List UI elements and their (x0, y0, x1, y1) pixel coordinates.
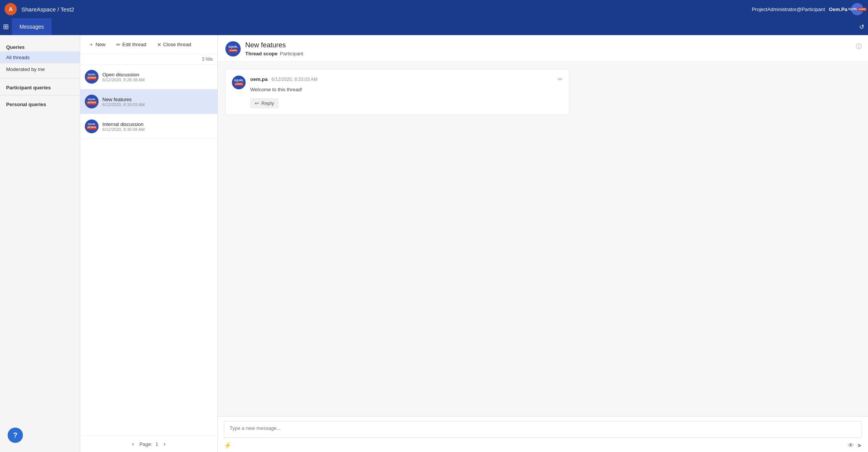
avatar-squirel-1: SQURL (88, 73, 96, 76)
thread-info-open: Open discussion 6/12/2020, 8:28:38 AM (102, 72, 213, 82)
send-icon[interactable]: ➤ (857, 442, 862, 449)
help-button[interactable]: ? (8, 428, 23, 443)
toolbar: ＋ New ✏ Edit thread ✕ Close thread (80, 35, 217, 54)
sidebar-item-moderated-by-me[interactable]: Moderated by me (0, 63, 80, 75)
thread-item-open-discussion[interactable]: SQURL ADMIN Open discussion 6/12/2020, 8… (80, 65, 217, 89)
thread-item-new-features[interactable]: SQURL ADMIN New features 6/12/2020, 8:33… (80, 89, 217, 114)
thread-info-internal: Internal discussion 6/12/2020, 8:30:08 A… (102, 121, 213, 132)
prev-page-button[interactable]: ‹ (130, 440, 136, 448)
messages-tab[interactable]: Messages (12, 18, 52, 35)
preview-icon[interactable]: 👁 (848, 442, 854, 449)
thread-header-avatar: SQURL ADMIN (225, 41, 241, 56)
avatar-squirel-3: SQURL (88, 123, 96, 125)
compose-input[interactable] (224, 421, 862, 438)
reply-button[interactable]: ↩ Reply (250, 98, 279, 108)
page-number: 1 (155, 441, 158, 447)
thread-panel: ＋ New ✏ Edit thread ✕ Close thread 3 hit… (80, 35, 218, 452)
compose-area: ⚡ 👁 ➤ (218, 416, 868, 452)
msg-avatar-line2: ADMIN (234, 82, 243, 86)
thread-date-internal: 6/12/2020, 8:30:08 AM (102, 127, 213, 132)
app-name: ShareAspace (21, 6, 56, 13)
thread-messages: SQURL ADMIN oem.pa 6/12/2020, 8:33:03 AM… (218, 61, 868, 416)
avatar-admin-2: ADMIN (87, 101, 97, 105)
top-bar-right: ProjectAdministrator@Participant Oem.Pa … (752, 3, 863, 15)
message-avatar: SQURL ADMIN (232, 76, 246, 89)
page-label: Page: (139, 441, 152, 447)
sidebar-item-all-threads[interactable]: All threads (0, 52, 80, 63)
close-thread-button[interactable]: ✕ Close thread (153, 39, 195, 50)
thread-scope-row: Thread scope Participant (245, 51, 860, 56)
refresh-icon[interactable]: ↺ (859, 23, 864, 31)
close-icon: ✕ (157, 42, 162, 48)
sidebar-divider-2 (0, 95, 80, 95)
pagination: ‹ Page: 1 › (80, 436, 217, 452)
new-icon: ＋ (89, 41, 94, 48)
sidebar-divider-1 (0, 78, 80, 79)
project-name: Test2 (60, 6, 74, 13)
edit-thread-button[interactable]: ✏ Edit thread (112, 39, 150, 50)
message-author: oem.pa (250, 76, 268, 82)
message-card: SQURL ADMIN oem.pa 6/12/2020, 8:33:03 AM… (225, 69, 569, 115)
thread-avatar-new-features: SQURL ADMIN (85, 95, 99, 108)
avatar-line1: SQURL (848, 8, 858, 11)
msg-avatar-line1: SQURL (234, 79, 244, 82)
top-bar-left: A ShareAspace / Test2 (5, 3, 74, 15)
thread-header-avatar-line1: SQURL (228, 45, 238, 48)
queries-section-title: Queries (0, 41, 80, 52)
thread-name-open: Open discussion (102, 72, 213, 77)
avatar-line2: ADMIN (857, 8, 866, 11)
reply-label: Reply (261, 100, 274, 106)
thread-name-new-features: New features (102, 97, 213, 102)
sidebar: Queries All threads Moderated by me Part… (0, 35, 80, 452)
compose-left: ⚡ (224, 442, 232, 449)
avatar-admin-1: ADMIN (87, 76, 97, 80)
message-time: 6/12/2020, 8:33:03 AM (272, 77, 318, 82)
thread-header-avatar-line2: ADMIN (228, 49, 238, 52)
thread-avatar-internal: SQURL ADMIN (85, 119, 99, 133)
user-name: Oem.Pa (829, 6, 847, 12)
thread-list: SQURL ADMIN Open discussion 6/12/2020, 8… (80, 65, 217, 436)
new-label: New (96, 42, 105, 47)
message-edit-icon[interactable]: ✏ (558, 76, 563, 83)
thread-detail: SQURL ADMIN New features Thread scope Pa… (218, 35, 868, 452)
thread-date-new-features: 6/12/2020, 8:33:03 AM (102, 102, 213, 107)
thread-scope-value: Participant (280, 51, 303, 56)
format-icon[interactable]: ⚡ (224, 442, 232, 449)
personal-queries-title: Personal queries (0, 98, 80, 109)
hits-bar: 3 hits (80, 54, 217, 65)
thread-avatar-open: SQURL ADMIN (85, 70, 99, 84)
grid-icon[interactable]: ⊞ (3, 23, 9, 31)
separator: / (57, 6, 59, 13)
user-avatar[interactable]: SQURL ADMIN (851, 3, 863, 15)
second-bar: ⊞ Messages ↺ (0, 18, 868, 35)
info-icon[interactable]: ⓘ (856, 43, 862, 51)
main-content: Queries All threads Moderated by me Part… (0, 35, 868, 452)
thread-title: New features (245, 41, 860, 49)
user-email: ProjectAdministrator@Participant (752, 6, 825, 12)
thread-name-internal: Internal discussion (102, 121, 213, 127)
avatar-admin-3: ADMIN (87, 126, 97, 129)
participant-queries-title: Participant queries (0, 82, 80, 92)
app-title: ShareAspace / Test2 (21, 6, 74, 13)
thread-header: SQURL ADMIN New features Thread scope Pa… (218, 35, 868, 61)
app-logo: A (5, 3, 17, 15)
next-page-button[interactable]: › (161, 440, 168, 448)
avatar-squirel-2: SQURL (88, 98, 96, 100)
close-label: Close thread (163, 42, 191, 47)
thread-scope-label: Thread scope (245, 51, 278, 56)
message-text: Welcome to this thread! (250, 86, 563, 94)
reply-icon: ↩ (255, 100, 259, 106)
top-bar: A ShareAspace / Test2 ProjectAdministrat… (0, 0, 868, 18)
thread-info-new-features: New features 6/12/2020, 8:33:03 AM (102, 97, 213, 107)
edit-icon: ✏ (116, 42, 121, 48)
compose-right: 👁 ➤ (848, 442, 862, 449)
edit-label: Edit thread (122, 42, 146, 47)
compose-toolbar: ⚡ 👁 ➤ (224, 442, 862, 449)
message-header-row: oem.pa 6/12/2020, 8:33:03 AM ✏ (250, 76, 563, 83)
thread-item-internal-discussion[interactable]: SQURL ADMIN Internal discussion 6/12/202… (80, 114, 217, 139)
thread-date-open: 6/12/2020, 8:28:38 AM (102, 77, 213, 82)
message-body: oem.pa 6/12/2020, 8:33:03 AM ✏ Welcome t… (250, 76, 563, 108)
thread-header-info: New features Thread scope Participant (245, 41, 860, 56)
new-button[interactable]: ＋ New (85, 39, 109, 50)
